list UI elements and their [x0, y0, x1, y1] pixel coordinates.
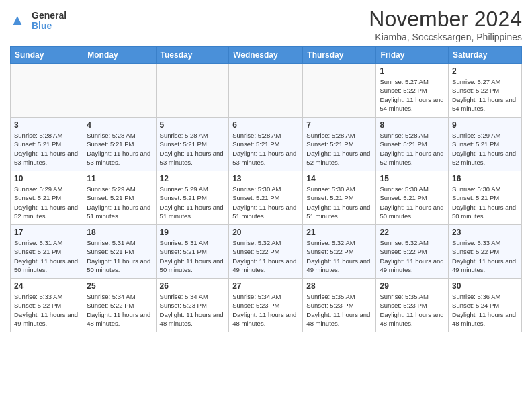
calendar-cell: 12Sunrise: 5:29 AM Sunset: 5:21 PM Dayli… — [156, 171, 229, 225]
day-info: Sunrise: 5:34 AM Sunset: 5:22 PM Dayligh… — [87, 292, 152, 328]
day-number: 12 — [160, 174, 226, 183]
day-number: 19 — [160, 228, 226, 237]
day-info: Sunrise: 5:28 AM Sunset: 5:21 PM Dayligh… — [306, 131, 372, 167]
page-header: ▲ General Blue November 2024 Kiamba, Soc… — [10, 7, 522, 42]
day-info: Sunrise: 5:31 AM Sunset: 5:21 PM Dayligh… — [87, 238, 152, 274]
day-info: Sunrise: 5:28 AM Sunset: 5:21 PM Dayligh… — [232, 131, 299, 167]
calendar-cell — [303, 64, 376, 118]
logo-general: General — [32, 11, 66, 21]
weekday-header-monday: Monday — [83, 47, 156, 64]
calendar-week-row: 1Sunrise: 5:27 AM Sunset: 5:22 PM Daylig… — [11, 64, 522, 118]
day-info: Sunrise: 5:31 AM Sunset: 5:21 PM Dayligh… — [160, 238, 226, 274]
calendar-cell: 17Sunrise: 5:31 AM Sunset: 5:21 PM Dayli… — [11, 225, 83, 279]
calendar-cell: 19Sunrise: 5:31 AM Sunset: 5:21 PM Dayli… — [156, 225, 229, 279]
month-year-title: November 2024 — [369, 7, 522, 32]
calendar-cell: 29Sunrise: 5:35 AM Sunset: 5:23 PM Dayli… — [376, 279, 449, 332]
day-info: Sunrise: 5:29 AM Sunset: 5:21 PM Dayligh… — [452, 131, 518, 167]
day-info: Sunrise: 5:31 AM Sunset: 5:21 PM Dayligh… — [14, 238, 79, 274]
calendar-cell: 14Sunrise: 5:30 AM Sunset: 5:21 PM Dayli… — [303, 171, 376, 225]
weekday-header-sunday: Sunday — [11, 47, 83, 64]
calendar-cell: 23Sunrise: 5:33 AM Sunset: 5:22 PM Dayli… — [449, 225, 522, 279]
day-info: Sunrise: 5:35 AM Sunset: 5:23 PM Dayligh… — [306, 292, 372, 328]
logo-blue: Blue — [32, 21, 66, 31]
day-info: Sunrise: 5:30 AM Sunset: 5:21 PM Dayligh… — [380, 185, 445, 220]
calendar-cell: 7Sunrise: 5:28 AM Sunset: 5:21 PM Daylig… — [303, 118, 376, 171]
day-info: Sunrise: 5:28 AM Sunset: 5:21 PM Dayligh… — [87, 131, 152, 167]
calendar-table: SundayMondayTuesdayWednesdayThursdayFrid… — [10, 46, 522, 332]
day-number: 18 — [87, 228, 152, 237]
calendar-cell: 4Sunrise: 5:28 AM Sunset: 5:21 PM Daylig… — [83, 118, 156, 171]
day-number: 4 — [87, 120, 152, 130]
calendar-cell: 24Sunrise: 5:33 AM Sunset: 5:22 PM Dayli… — [11, 279, 83, 332]
day-info: Sunrise: 5:35 AM Sunset: 5:23 PM Dayligh… — [380, 292, 445, 328]
day-number: 13 — [232, 174, 299, 183]
day-info: Sunrise: 5:32 AM Sunset: 5:22 PM Dayligh… — [306, 238, 372, 274]
day-info: Sunrise: 5:27 AM Sunset: 5:22 PM Dayligh… — [380, 77, 445, 113]
calendar-cell — [83, 64, 156, 118]
day-info: Sunrise: 5:32 AM Sunset: 5:22 PM Dayligh… — [232, 238, 299, 274]
day-info: Sunrise: 5:28 AM Sunset: 5:21 PM Dayligh… — [14, 131, 79, 167]
day-number: 15 — [380, 174, 445, 183]
calendar-cell: 13Sunrise: 5:30 AM Sunset: 5:21 PM Dayli… — [229, 171, 303, 225]
day-number: 9 — [452, 120, 518, 130]
day-info: Sunrise: 5:30 AM Sunset: 5:21 PM Dayligh… — [232, 185, 299, 220]
day-info: Sunrise: 5:28 AM Sunset: 5:21 PM Dayligh… — [380, 131, 445, 167]
weekday-header-row: SundayMondayTuesdayWednesdayThursdayFrid… — [11, 47, 522, 64]
day-info: Sunrise: 5:28 AM Sunset: 5:21 PM Dayligh… — [160, 131, 226, 167]
calendar-cell: 15Sunrise: 5:30 AM Sunset: 5:21 PM Dayli… — [376, 171, 449, 225]
day-info: Sunrise: 5:34 AM Sunset: 5:23 PM Dayligh… — [232, 292, 299, 328]
calendar-week-row: 17Sunrise: 5:31 AM Sunset: 5:21 PM Dayli… — [11, 225, 522, 279]
day-info: Sunrise: 5:29 AM Sunset: 5:21 PM Dayligh… — [160, 185, 226, 220]
calendar-cell: 22Sunrise: 5:32 AM Sunset: 5:22 PM Dayli… — [376, 225, 449, 279]
weekday-header-wednesday: Wednesday — [229, 47, 303, 64]
day-number: 11 — [87, 174, 152, 183]
logo-icon: ▲ — [10, 11, 29, 30]
day-number: 7 — [306, 120, 372, 130]
calendar-cell: 16Sunrise: 5:30 AM Sunset: 5:21 PM Dayli… — [449, 171, 522, 225]
calendar-cell: 18Sunrise: 5:31 AM Sunset: 5:21 PM Dayli… — [83, 225, 156, 279]
day-number: 20 — [232, 228, 299, 237]
calendar-cell: 27Sunrise: 5:34 AM Sunset: 5:23 PM Dayli… — [229, 279, 303, 332]
calendar-cell: 28Sunrise: 5:35 AM Sunset: 5:23 PM Dayli… — [303, 279, 376, 332]
calendar-cell: 2Sunrise: 5:27 AM Sunset: 5:22 PM Daylig… — [449, 64, 522, 118]
day-number: 30 — [452, 281, 518, 291]
day-number: 10 — [14, 174, 79, 183]
calendar-cell: 1Sunrise: 5:27 AM Sunset: 5:22 PM Daylig… — [376, 64, 449, 118]
day-number: 21 — [306, 228, 372, 237]
calendar-cell: 10Sunrise: 5:29 AM Sunset: 5:21 PM Dayli… — [11, 171, 83, 225]
logo: ▲ General Blue — [10, 11, 66, 32]
day-number: 2 — [452, 66, 518, 76]
day-info: Sunrise: 5:33 AM Sunset: 5:22 PM Dayligh… — [452, 238, 518, 274]
calendar-cell: 30Sunrise: 5:36 AM Sunset: 5:24 PM Dayli… — [449, 279, 522, 332]
day-number: 3 — [14, 120, 79, 130]
weekday-header-thursday: Thursday — [303, 47, 376, 64]
logo-text: General Blue — [32, 11, 66, 32]
day-info: Sunrise: 5:36 AM Sunset: 5:24 PM Dayligh… — [452, 292, 518, 328]
day-info: Sunrise: 5:29 AM Sunset: 5:21 PM Dayligh… — [14, 185, 79, 220]
day-info: Sunrise: 5:27 AM Sunset: 5:22 PM Dayligh… — [452, 77, 518, 113]
calendar-cell: 5Sunrise: 5:28 AM Sunset: 5:21 PM Daylig… — [156, 118, 229, 171]
day-info: Sunrise: 5:29 AM Sunset: 5:21 PM Dayligh… — [87, 185, 152, 220]
day-info: Sunrise: 5:32 AM Sunset: 5:22 PM Dayligh… — [380, 238, 445, 274]
day-number: 1 — [380, 66, 445, 76]
calendar-cell: 6Sunrise: 5:28 AM Sunset: 5:21 PM Daylig… — [229, 118, 303, 171]
day-number: 14 — [306, 174, 372, 183]
title-section: November 2024 Kiamba, Soccsksargen, Phil… — [369, 7, 522, 42]
calendar-week-row: 10Sunrise: 5:29 AM Sunset: 5:21 PM Dayli… — [11, 171, 522, 225]
day-number: 17 — [14, 228, 79, 237]
weekday-header-friday: Friday — [376, 47, 449, 64]
calendar-week-row: 3Sunrise: 5:28 AM Sunset: 5:21 PM Daylig… — [11, 118, 522, 171]
day-info: Sunrise: 5:34 AM Sunset: 5:23 PM Dayligh… — [160, 292, 226, 328]
calendar-cell — [11, 64, 83, 118]
calendar-cell: 9Sunrise: 5:29 AM Sunset: 5:21 PM Daylig… — [449, 118, 522, 171]
day-number: 29 — [380, 281, 445, 291]
calendar-week-row: 24Sunrise: 5:33 AM Sunset: 5:22 PM Dayli… — [11, 279, 522, 332]
day-number: 28 — [306, 281, 372, 291]
day-number: 16 — [452, 174, 518, 183]
calendar-cell: 20Sunrise: 5:32 AM Sunset: 5:22 PM Dayli… — [229, 225, 303, 279]
day-number: 24 — [14, 281, 79, 291]
calendar-cell: 26Sunrise: 5:34 AM Sunset: 5:23 PM Dayli… — [156, 279, 229, 332]
calendar-cell — [156, 64, 229, 118]
day-number: 5 — [160, 120, 226, 130]
calendar-cell: 8Sunrise: 5:28 AM Sunset: 5:21 PM Daylig… — [376, 118, 449, 171]
